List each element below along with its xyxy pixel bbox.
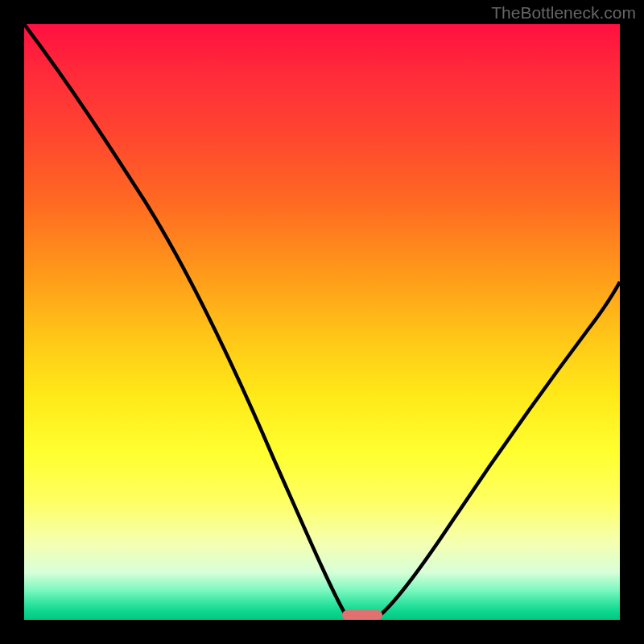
chart-curves	[24, 24, 620, 620]
watermark-text: TheBottleneck.com	[491, 3, 636, 23]
chart-marker	[342, 610, 382, 620]
right-curve-path	[378, 282, 620, 617]
left-curve-path	[24, 24, 346, 616]
bottleneck-chart	[24, 24, 620, 620]
